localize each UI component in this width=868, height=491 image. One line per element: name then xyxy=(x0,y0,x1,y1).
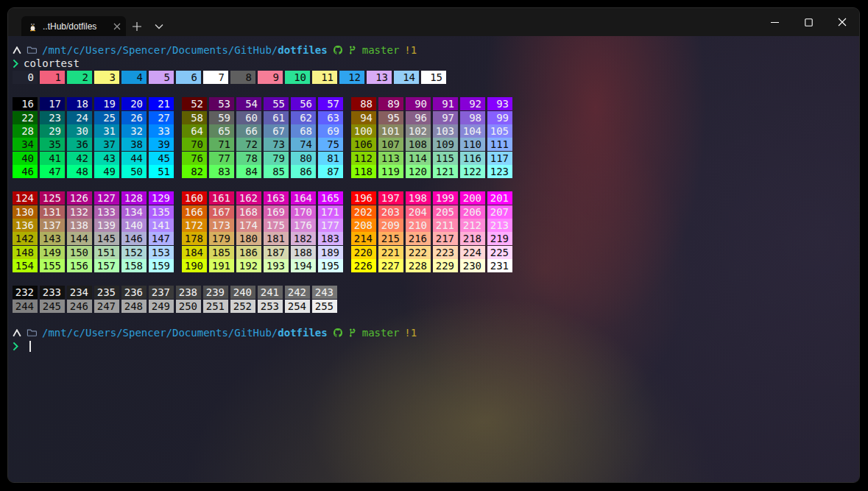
color-cell: 154 xyxy=(13,259,38,272)
color-cell: 130 xyxy=(13,205,38,219)
color-cell: 99 xyxy=(487,111,512,124)
git-branch-name: master xyxy=(362,44,400,56)
color-cube-group: 646566676869 xyxy=(182,124,345,138)
color-cell: 107 xyxy=(378,138,403,151)
color-cell: 172 xyxy=(182,219,207,232)
color-cell: 184 xyxy=(182,246,207,259)
color-cell: 46 xyxy=(13,165,38,178)
color-cell: 30 xyxy=(67,124,92,138)
color-cell: 3 xyxy=(94,71,119,84)
linux-tux-icon xyxy=(28,21,38,32)
color-cell: 180 xyxy=(236,232,261,245)
color-cell: 179 xyxy=(209,232,234,245)
color-cell: 171 xyxy=(318,205,343,219)
color-cell: 168 xyxy=(236,205,261,219)
color-cell: 44 xyxy=(121,152,147,165)
close-button[interactable] xyxy=(825,8,859,36)
color-cube-group: 226227228229230231 xyxy=(351,259,515,272)
color-cell: 12 xyxy=(339,71,364,84)
color-cell: 232 xyxy=(13,286,38,299)
color-cell: 173 xyxy=(209,219,234,232)
color-cell: 118 xyxy=(351,165,376,178)
new-tab-button[interactable] xyxy=(126,16,148,36)
color-cell: 202 xyxy=(351,205,376,219)
color-cell: 226 xyxy=(351,259,376,272)
color-cell: 10 xyxy=(285,71,310,84)
color-cell: 195 xyxy=(318,259,343,272)
color-cell: 219 xyxy=(487,232,512,245)
color-cell: 4 xyxy=(121,71,147,84)
color-cell: 111 xyxy=(487,138,512,151)
color-cell: 89 xyxy=(378,97,403,110)
color-cell: 224 xyxy=(460,246,485,259)
color-cell: 75 xyxy=(318,138,343,151)
prompt-path: /mnt/c/Users/Spencer/Documents/GitHub/do… xyxy=(42,327,328,339)
folder-icon xyxy=(27,328,37,337)
color-cell: 114 xyxy=(406,152,431,165)
color-cell: 11 xyxy=(312,71,337,84)
color-cell: 243 xyxy=(312,286,337,299)
color-cell: 108 xyxy=(406,138,431,151)
maximize-button[interactable] xyxy=(791,8,825,36)
color-cell: 222 xyxy=(406,246,431,259)
color-cube-group: 888990919293 xyxy=(351,97,515,110)
color-cube-row: 1421431441451461471781791801811821832142… xyxy=(13,232,859,245)
color-cell: 176 xyxy=(291,219,316,232)
color-cell: 199 xyxy=(433,191,458,205)
color-cube-group: 222324252627 xyxy=(13,111,176,124)
color-cell: 223 xyxy=(433,246,458,259)
color-cell: 67 xyxy=(264,124,289,138)
color-cell: 95 xyxy=(378,111,403,124)
color-cube-row: 161718192021525354555657888990919293 xyxy=(13,97,859,110)
color-cell: 115 xyxy=(433,152,458,165)
color-cell: 101 xyxy=(378,124,403,138)
tab-dotfiles[interactable]: ..tHub/dotfiles xyxy=(21,16,126,36)
color-cell: 40 xyxy=(13,152,38,165)
color-cell: 50 xyxy=(121,165,147,178)
blank-line xyxy=(13,313,859,326)
color-cell: 121 xyxy=(433,165,458,178)
color-cell: 138 xyxy=(67,219,92,232)
git-status: !1 xyxy=(404,327,417,339)
chevron-right-icon xyxy=(13,342,18,351)
color-cell: 129 xyxy=(149,191,174,205)
text-cursor[interactable] xyxy=(29,341,31,352)
color-cell: 145 xyxy=(94,232,119,245)
color-cell: 8 xyxy=(230,71,255,84)
color-cube-group: 106107108109110111 xyxy=(351,138,515,151)
color-cell: 53 xyxy=(209,97,234,110)
color-cell: 134 xyxy=(121,205,147,219)
titlebar[interactable]: ..tHub/dotfiles xyxy=(8,8,859,36)
color-cell: 209 xyxy=(378,219,403,232)
color-cell: 36 xyxy=(67,138,92,151)
color-cell: 169 xyxy=(264,205,289,219)
git-branch-icon xyxy=(348,45,357,55)
color-cell: 102 xyxy=(406,124,431,138)
color-cell: 140 xyxy=(121,219,147,232)
color-cell: 14 xyxy=(394,71,419,84)
color-cell: 245 xyxy=(40,300,65,313)
color-cube-group: 112113114115116117 xyxy=(351,152,515,165)
color-cell: 74 xyxy=(291,138,316,151)
color-cell: 143 xyxy=(40,232,65,245)
color-cell: 242 xyxy=(285,286,310,299)
color-cube-group: 154155156157158159 xyxy=(13,259,176,272)
color-cell: 189 xyxy=(318,246,343,259)
terminal-viewport[interactable]: /mnt/c/Users/Spencer/Documents/GitHub/do… xyxy=(8,36,859,483)
color-cell: 133 xyxy=(94,205,119,219)
color-cell: 122 xyxy=(460,165,485,178)
color-cell: 0 xyxy=(13,71,38,84)
color-cell: 158 xyxy=(121,259,147,272)
tab-dropdown-button[interactable] xyxy=(148,16,170,36)
color-cube-group: 136137138139140141 xyxy=(13,219,176,232)
color-cell: 15 xyxy=(421,71,446,84)
minimize-button[interactable] xyxy=(758,8,791,36)
color-cell: 218 xyxy=(460,232,485,245)
tab-close-icon[interactable] xyxy=(113,23,121,30)
color-cell: 104 xyxy=(460,124,485,138)
caption-buttons xyxy=(758,8,859,36)
color-cell: 167 xyxy=(209,205,234,219)
color-cell: 112 xyxy=(351,152,376,165)
color-cell: 156 xyxy=(67,259,92,272)
color-cube-group: 707172737475 xyxy=(182,138,345,151)
